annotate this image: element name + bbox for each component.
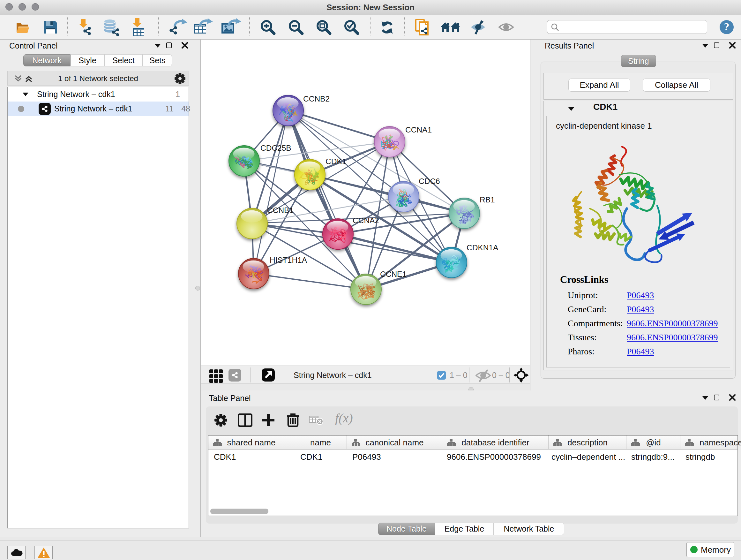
svg-text:CCNB1: CCNB1 — [267, 206, 293, 214]
svg-text:CCNB2: CCNB2 — [303, 95, 330, 103]
svg-text:CDKN1A: CDKN1A — [467, 243, 498, 252]
svg-text:CCNA1: CCNA1 — [405, 125, 432, 134]
svg-text:CDK1: CDK1 — [326, 157, 346, 166]
svg-text:CCNE1: CCNE1 — [380, 270, 407, 278]
svg-text:HIST1H1A: HIST1H1A — [270, 256, 307, 264]
svg-text:CDC25B: CDC25B — [260, 144, 291, 152]
svg-text:CDC6: CDC6 — [419, 177, 440, 186]
svg-text:CCNA2: CCNA2 — [353, 216, 379, 225]
svg-text:?: ? — [724, 21, 730, 33]
svg-text:RB1: RB1 — [480, 195, 495, 204]
